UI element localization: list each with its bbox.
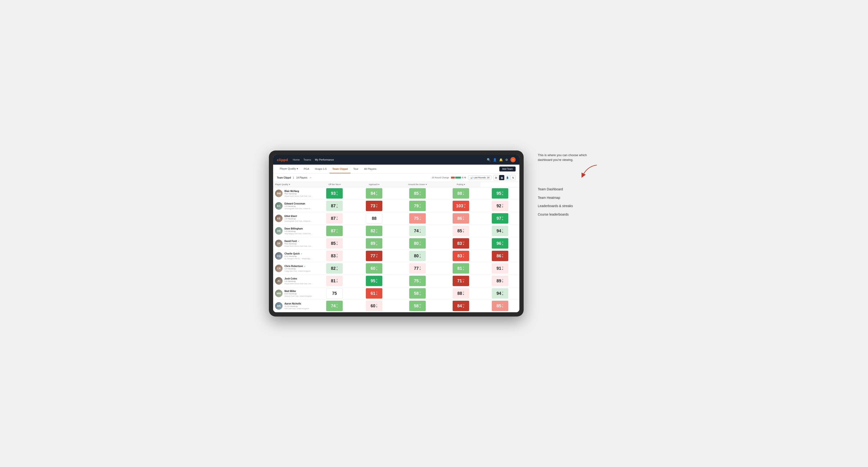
tab-pga[interactable]: PGA: [301, 165, 312, 173]
nav-link-home[interactable]: Home: [293, 158, 300, 161]
tab-hcaps[interactable]: Hcaps 1-5: [312, 165, 330, 173]
player-handicap: 6-10 Handicap: [284, 255, 313, 257]
delta-value: 1: [376, 304, 377, 306]
player-name: Charlie Quick ✓: [284, 252, 313, 255]
player-cell[interactable]: DFDavid Ford ✓Plus HandicapRoyal North D…: [273, 238, 315, 249]
delta-value: 9: [420, 204, 421, 206]
score-delta: 3▼: [463, 228, 464, 233]
delta-value: 4: [502, 304, 503, 306]
avatar: DB: [275, 227, 283, 235]
avatar: EC: [275, 202, 283, 210]
player-name: Dave Billingham: [284, 227, 313, 230]
score-delta: 2▼: [502, 279, 503, 283]
player-cell[interactable]: DBDave Billingham1-5 HandicapGog Magog G…: [273, 226, 315, 236]
player-club: Sunningdale Golf Club, United Kingdom: [284, 208, 313, 210]
nav-link-my-performance[interactable]: My Performance: [315, 158, 334, 161]
col-header-green[interactable]: Around the Green ▾: [394, 182, 441, 187]
player-count: 14 Players: [296, 177, 307, 179]
delta-value: 9: [337, 191, 338, 193]
player-handicap: 1-5 Handicap: [284, 218, 313, 220]
score-main-value: 92: [497, 204, 501, 208]
separator: |: [293, 177, 294, 179]
delta-up-icon: ▲: [419, 231, 421, 233]
player-quality-score: 871▲: [315, 200, 354, 212]
player-name: Chris Robertson ✓: [284, 265, 311, 268]
delta-value: 8: [420, 191, 421, 193]
score-main-value: 95: [371, 279, 375, 283]
col-header-tee[interactable]: Off the Tee ▾: [315, 182, 354, 187]
player-cell[interactable]: ECEdward Crossman1-5 HandicapSunningdale…: [273, 201, 315, 211]
score-delta: 8▲: [419, 191, 421, 195]
annotation-description: This is where you can choose which dashb…: [538, 153, 599, 162]
score-main-value: 74: [414, 229, 418, 233]
score-delta: 10▼: [463, 241, 465, 246]
score-delta: 4▼: [502, 304, 503, 308]
more-view-button[interactable]: ⇅: [510, 175, 516, 180]
bar-label-pos: +5: [464, 177, 466, 179]
settings-icon[interactable]: ⚙: [505, 158, 508, 161]
off-tee-score: 846▲: [354, 187, 394, 200]
col-header-putting[interactable]: Putting ▾: [441, 182, 481, 187]
avatar[interactable]: U: [510, 157, 516, 162]
score-delta: 8▼: [502, 253, 503, 258]
table-view-button[interactable]: ▦: [499, 175, 504, 180]
last-rounds-button[interactable]: 📊 Last Rounds: 20: [468, 176, 492, 180]
add-team-button[interactable]: Add Team: [499, 166, 516, 172]
delta-value: 3: [337, 266, 338, 269]
player-club: Royal North Devon Golf Club, United King…: [284, 195, 313, 197]
score-main-value: 88: [457, 291, 462, 295]
col-header-approach[interactable]: Approach ▾: [354, 182, 394, 187]
col-header-player[interactable]: Player Quality ▾: [273, 182, 315, 187]
player-cell[interactable]: MMMatt Miller6-10 HandicapWoburn Golf Cl…: [273, 288, 315, 299]
delta-down-icon: ▼: [502, 281, 503, 283]
score-main-value: 85: [414, 191, 418, 195]
score-delta: 11▼: [463, 279, 465, 283]
player-cell[interactable]: CQCharlie Quick ✓6-10 HandicapSt. George…: [273, 251, 315, 261]
score-main-value: 81: [457, 266, 462, 271]
team-name: Team Clippd: [277, 177, 291, 179]
tab-all-players[interactable]: All Players: [361, 165, 379, 173]
tab-tour[interactable]: Tour: [350, 165, 361, 173]
approach-score: 858▲: [394, 187, 441, 200]
tab-team-clippd[interactable]: Team Clippd: [330, 165, 350, 173]
edit-icon[interactable]: ✏: [310, 177, 312, 179]
score-delta: 1▼: [463, 191, 464, 195]
nav-icons: 🔍 👤 🔔 ⚙ U: [487, 157, 516, 162]
tab-pgat-players[interactable]: Player Quality ▾: [277, 165, 301, 173]
person-view-button[interactable]: 👤: [505, 175, 510, 180]
delta-up-icon: ▲: [419, 256, 421, 258]
delta-up-icon: ▲: [502, 293, 503, 296]
search-icon[interactable]: 🔍: [487, 158, 491, 161]
bell-icon[interactable]: 🔔: [499, 158, 503, 161]
annotation-panel: This is where you can choose which dashb…: [538, 151, 599, 219]
around-green-score: 8421▲: [441, 300, 481, 312]
score-delta: 6▲: [376, 191, 378, 195]
user-icon[interactable]: 👤: [493, 158, 497, 161]
delta-value: 3: [337, 216, 338, 218]
player-cell[interactable]: BMBlair McHargPlus HandicapRoyal North D…: [273, 188, 315, 198]
player-cell[interactable]: ANAaron Nicholls11-15 HandicapDrift Golf…: [273, 301, 315, 311]
score-delta: 2▲: [419, 279, 421, 283]
player-cell[interactable]: EEElliot Ebert1-5 HandicapSunningdale Go…: [273, 213, 315, 224]
nav-link-teams[interactable]: Teams: [304, 158, 311, 161]
off-tee-score: 958▲: [354, 275, 394, 287]
player-quality-score: 833▼: [315, 250, 354, 262]
delta-down-icon: ▼: [336, 256, 338, 258]
grid-view-button[interactable]: ⊞: [493, 175, 499, 180]
putting-score: 959▲: [481, 187, 519, 200]
player-quality-score: 873▼: [315, 212, 354, 225]
delta-value: 8: [376, 279, 377, 281]
score-main-value: 87: [331, 204, 336, 208]
delta-down-icon: ▼: [463, 218, 464, 221]
player-cell[interactable]: CRChris Robertson ✓1-5 HandicapCraigmill…: [273, 263, 315, 274]
score-delta: 21▲: [463, 304, 465, 308]
score-delta: 3▼: [419, 266, 421, 271]
table-row: ANAaron Nicholls11-15 HandicapDrift Golf…: [273, 300, 519, 312]
delta-up-icon: ▲: [419, 306, 421, 308]
player-cell[interactable]: JCJosh Coles1-5 HandicapRoyal North Devo…: [273, 276, 315, 286]
score-delta: 4▲: [376, 228, 378, 233]
delta-value: 1: [337, 204, 338, 206]
score-delta: 3▼: [336, 253, 338, 258]
score-main-value: 83: [331, 254, 336, 258]
score-main-value: 60: [371, 266, 375, 271]
